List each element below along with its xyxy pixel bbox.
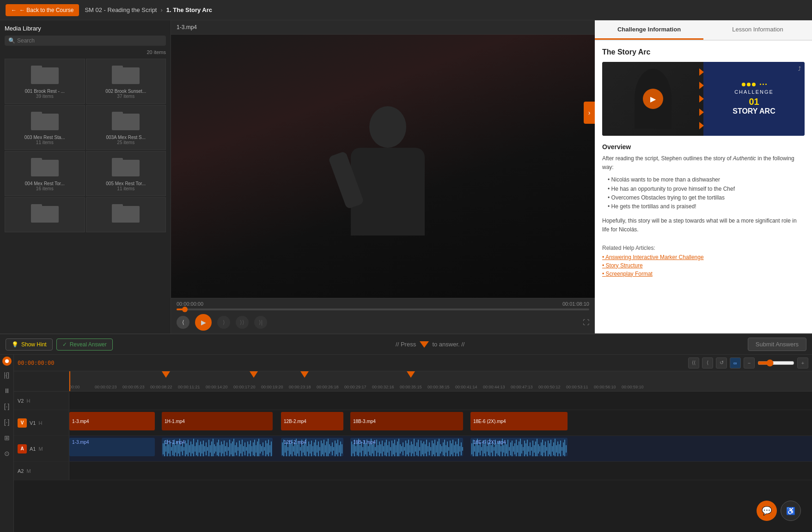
- track-row-a2: A2 M: [14, 462, 812, 480]
- svg-rect-166: [318, 441, 319, 456]
- track-a1-color-btn[interactable]: A: [18, 444, 27, 453]
- svg-rect-235: [422, 443, 423, 454]
- timeline-scroll-area[interactable]: 00:00 00:00:02:23 00:00:05:23 00:00:08:2…: [14, 371, 812, 532]
- skip-button-1[interactable]: ⟩⟩: [236, 316, 249, 329]
- progress-thumb: [182, 307, 188, 312]
- svg-rect-234: [421, 441, 421, 456]
- timeline-icon-btn-5[interactable]: ⊞: [0, 431, 13, 444]
- video-clip-18e6[interactable]: 18E-6 (2X).mp4: [470, 412, 568, 430]
- timeline-time-display: 00:00:00:00: [18, 360, 64, 366]
- folder-item-3[interactable]: 003A Mex Rest S... 25 items: [86, 105, 166, 150]
- folder-item-4[interactable]: 004 Mex Rest Tor... 16 items: [5, 151, 85, 196]
- ruler-tick-9: 00:00:26:18: [317, 385, 339, 389]
- tc-minus-btn[interactable]: −: [744, 357, 755, 369]
- reveal-answer-button[interactable]: ✓ Reveal Answer: [56, 339, 113, 351]
- show-hint-button[interactable]: 💡 Show Hint: [6, 339, 53, 351]
- accessibility-button[interactable]: ♿: [781, 501, 801, 521]
- svg-rect-122: [247, 441, 248, 456]
- audio-clip-12b2[interactable]: 12B-2.mp4: [281, 438, 343, 456]
- step-fwd-button[interactable]: ⟩: [217, 316, 230, 329]
- svg-rect-74: [181, 446, 182, 452]
- tc-plus-btn[interactable]: +: [797, 357, 808, 369]
- svg-rect-324: [553, 442, 554, 455]
- thumbnail-play-button[interactable]: ▶: [643, 89, 663, 109]
- svg-rect-151: [297, 444, 298, 453]
- ruler-content: 00:00 00:00:02:23 00:00:05:23 00:00:08:2…: [69, 371, 812, 391]
- tc-btn-1[interactable]: ⟨⟨: [688, 357, 699, 369]
- tab-lesson[interactable]: Lesson Information: [703, 20, 812, 40]
- audio-clip-1-3[interactable]: 1-3.mp4: [69, 438, 155, 456]
- video-clip-18b3[interactable]: 18B-3.mp4: [350, 412, 463, 430]
- track-v1-lock-btn[interactable]: H: [38, 420, 42, 426]
- help-link-3[interactable]: Screenplay Format: [602, 271, 805, 277]
- folder-item-1[interactable]: 002 Brook Sunset... 37 items: [86, 59, 166, 104]
- fullscreen-button[interactable]: ⛶: [583, 319, 589, 326]
- submit-answers-button[interactable]: Submit Answers: [748, 338, 806, 351]
- tc-btn-3[interactable]: ↺: [716, 357, 727, 369]
- video-clip-1h1[interactable]: 1H-1.mp4: [162, 412, 273, 430]
- play-button[interactable]: ▶: [195, 314, 212, 331]
- video-clip-12b2[interactable]: 12B-2.mp4: [281, 412, 343, 430]
- audio-clip-18e6[interactable]: 18E-6 (2X).mp4: [470, 438, 568, 456]
- track-content-a2: [69, 462, 812, 480]
- timeline-icon-btn-6[interactable]: ⊙: [0, 447, 13, 460]
- folder-label: 005 Mex Rest Tor...: [106, 181, 146, 186]
- folder-item-6[interactable]: [5, 197, 85, 232]
- ruler-tick-15: 00:00:44:13: [483, 385, 505, 389]
- search-input[interactable]: [17, 37, 162, 44]
- external-link-icon[interactable]: ⤴: [798, 66, 801, 72]
- svg-rect-103: [221, 441, 222, 456]
- svg-rect-248: [440, 444, 441, 453]
- tab-challenge[interactable]: Challenge Information: [595, 20, 703, 40]
- svg-rect-85: [196, 442, 197, 455]
- track-a2-lock-btn[interactable]: M: [26, 468, 31, 474]
- svg-rect-63: [165, 446, 166, 452]
- video-player[interactable]: [171, 35, 595, 298]
- audio-clip-1h1[interactable]: 1H-1.mp4: [162, 438, 273, 456]
- skip-button-2[interactable]: ⟩|: [254, 316, 267, 329]
- folder-item-5[interactable]: 005 Mex Rest Tor... 11 items: [86, 151, 166, 196]
- items-count: 20 items: [5, 49, 166, 55]
- progress-bar[interactable]: [177, 308, 589, 310]
- audio-clip-18b3[interactable]: 18B-3.mp4: [350, 438, 463, 456]
- chat-button[interactable]: 💬: [757, 501, 777, 521]
- track-a1-lock-btn[interactable]: M: [38, 446, 43, 452]
- timeline-icon-btn-3[interactable]: [·]: [0, 400, 13, 413]
- help-link-1[interactable]: Answering Interactive Marker Challenge: [602, 254, 805, 260]
- back-button[interactable]: ← ← Back to the Course: [6, 4, 79, 16]
- marker-3[interactable]: [300, 371, 309, 378]
- timeline-icon-btn-4[interactable]: [·]: [0, 416, 13, 429]
- step-back-button[interactable]: ⟨: [177, 316, 189, 329]
- svg-rect-288: [503, 445, 504, 453]
- folder-item-7[interactable]: [86, 197, 166, 232]
- timeline-record-button[interactable]: [2, 357, 12, 366]
- svg-rect-240: [429, 442, 430, 455]
- tc-btn-2[interactable]: ⟨: [702, 357, 713, 369]
- svg-rect-137: [268, 440, 269, 456]
- time-bar: 00:00:00:00 00:01:08:10: [177, 301, 589, 307]
- folder-icon: [31, 64, 59, 86]
- track-row-v1: V V1 H 1-3.mp4 1H-1.mp4 12B-2.mp4 18B-3.…: [14, 410, 812, 436]
- ruler-label-spacer: [14, 371, 69, 391]
- right-panel-collapse-button[interactable]: ›: [584, 102, 595, 124]
- svg-rect-105: [224, 441, 225, 456]
- marker-1[interactable]: [162, 371, 170, 378]
- track-v2-lock-btn[interactable]: H: [26, 398, 30, 404]
- video-clip-1-3[interactable]: 1-3.mp4: [69, 412, 155, 430]
- folder-item-0[interactable]: 001 Brook Rest - ... 39 items: [5, 59, 85, 104]
- marker-2[interactable]: [250, 371, 258, 378]
- help-link-2[interactable]: Story Structure: [602, 262, 805, 269]
- svg-rect-130: [258, 439, 259, 456]
- timeline-icon-btn-2[interactable]: ⏸: [0, 384, 13, 397]
- svg-rect-247: [439, 439, 440, 456]
- folder-item-2[interactable]: 003 Mex Rest Sta... 11 items: [5, 105, 85, 150]
- overview-intro: After reading the script, Stephen outlin…: [602, 154, 805, 172]
- tc-loop-btn[interactable]: ∞: [730, 357, 741, 369]
- marker-4[interactable]: [407, 371, 415, 378]
- timeline-icon-btn-1[interactable]: |{|: [0, 369, 13, 381]
- track-v1-color-btn[interactable]: V: [18, 418, 27, 428]
- svg-rect-187: [355, 446, 356, 452]
- zoom-slider[interactable]: [757, 359, 794, 367]
- ruler-tick-19: 00:00:56:10: [594, 385, 616, 389]
- folder-icon: [31, 202, 59, 224]
